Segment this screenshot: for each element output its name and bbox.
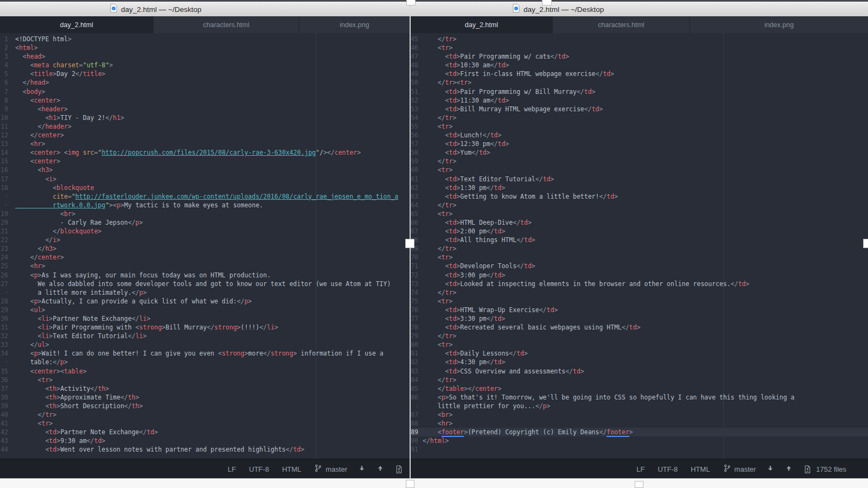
code-line[interactable]: 47 <td>Pair Programming w/ cats</td> xyxy=(411,52,868,61)
line-number[interactable]: 79 xyxy=(411,332,423,340)
line-number[interactable]: · xyxy=(0,192,11,201)
file-diff-icon[interactable] xyxy=(803,465,812,474)
line-number[interactable]: 65 xyxy=(411,210,423,218)
line-number[interactable]: 48 xyxy=(411,61,423,69)
line-number[interactable]: 43 xyxy=(0,436,11,445)
encoding-indicator[interactable]: UTF-8 xyxy=(658,465,678,473)
code-line[interactable]: 45 </tr> xyxy=(411,35,868,43)
line-number[interactable]: 64 xyxy=(411,201,423,210)
line-number[interactable]: 23 xyxy=(0,244,11,253)
code-line[interactable]: 21 </blockquote> xyxy=(0,227,410,236)
code-line[interactable]: 6 </head> xyxy=(0,78,410,87)
code-line[interactable]: 5 <title>Day 2</title> xyxy=(0,69,410,78)
line-number[interactable]: 55 xyxy=(411,122,423,131)
code-line[interactable]: 28 <p>Actually, I can provide a quick li… xyxy=(0,297,410,306)
line-number[interactable]: 54 xyxy=(411,113,423,122)
window-titlebar-left[interactable]: day_2.html — ~/Desktop xyxy=(0,2,410,17)
code-line[interactable]: 82 <td>4:30 pm</td> xyxy=(411,358,868,366)
line-number[interactable]: 72 xyxy=(411,271,423,280)
code-line[interactable]: 10 <h1>TIY - Day 2!</h1> xyxy=(0,113,410,122)
line-number[interactable]: 85 xyxy=(411,384,423,393)
line-number[interactable]: 59 xyxy=(411,157,423,166)
code-line[interactable]: 85 </table></center> xyxy=(411,384,868,393)
line-number[interactable]: 67 xyxy=(411,227,423,236)
line-number[interactable]: 11 xyxy=(0,122,11,131)
code-line[interactable]: 56 <td>Lunch!</td> xyxy=(411,131,868,140)
line-number[interactable]: 16 xyxy=(0,166,11,174)
line-number[interactable]: 39 xyxy=(0,402,11,410)
code-line[interactable]: 29 <ul> xyxy=(0,306,410,314)
code-line[interactable]: 63 <td>Getting to know Atom a little bet… xyxy=(411,192,868,201)
code-line[interactable]: 30 <li>Partner Note Exchange</li> xyxy=(0,314,410,323)
line-number[interactable]: 17 xyxy=(0,175,11,183)
line-number[interactable]: 15 xyxy=(0,157,11,166)
tab-day2-html[interactable]: day_2.html xyxy=(411,16,553,33)
line-number[interactable]: 90 xyxy=(411,436,423,445)
line-number[interactable]: 62 xyxy=(411,183,423,192)
code-line[interactable]: 17 <i> xyxy=(0,175,410,183)
code-line[interactable]: 75 <tr> xyxy=(411,297,868,306)
line-number[interactable]: · xyxy=(0,201,11,210)
code-line[interactable]: 65 <tr> xyxy=(411,210,868,218)
code-line[interactable]: 84 </tr> xyxy=(411,376,868,384)
code-line[interactable]: 60 <tr> xyxy=(411,166,868,174)
line-number[interactable]: 25 xyxy=(0,262,11,270)
git-branch-indicator[interactable]: master xyxy=(314,464,347,474)
encoding-indicator[interactable]: UTF-8 xyxy=(249,465,269,473)
line-number[interactable]: 41 xyxy=(0,419,11,428)
code-line[interactable]: · cite="http://fasterlouder.junkee.com/w… xyxy=(0,192,410,201)
line-number[interactable]: 86 xyxy=(411,393,423,402)
line-number[interactable]: 63 xyxy=(411,192,423,201)
code-line[interactable]: 80 <tr> xyxy=(411,340,868,349)
line-number[interactable]: 60 xyxy=(411,166,423,174)
line-number[interactable]: 58 xyxy=(411,148,423,157)
line-number[interactable]: 78 xyxy=(411,323,423,332)
code-line[interactable]: 36 <tr> xyxy=(0,376,410,384)
grammar-indicator[interactable]: HTML xyxy=(282,465,301,473)
code-line[interactable]: 13 <hr> xyxy=(0,140,410,148)
window-titlebar-right[interactable]: day_2.html — ~/Desktop xyxy=(411,2,868,17)
code-line[interactable]: 57 <td>12:30 pm</td> xyxy=(411,140,868,148)
line-number[interactable]: 27 xyxy=(0,280,11,288)
code-line[interactable]: 46 <tr> xyxy=(411,43,868,52)
code-line[interactable]: 58 <td>Yum</td> xyxy=(411,148,868,157)
selection-handle[interactable] xyxy=(542,0,552,5)
code-line[interactable]: 61 <td>Text Editor Tutorial</td> xyxy=(411,175,868,183)
line-number[interactable]: 30 xyxy=(0,314,11,323)
line-number[interactable]: 37 xyxy=(0,384,11,393)
line-number[interactable]: 44 xyxy=(0,445,11,454)
code-line[interactable]: 14 <center> <img src="http://popcrush.co… xyxy=(0,148,410,157)
line-number[interactable]: 26 xyxy=(0,271,11,280)
code-line[interactable]: 44 <td>Went over lesson notes with partn… xyxy=(0,445,410,454)
line-number[interactable]: 4 xyxy=(0,61,11,69)
code-line[interactable]: 38 <th>Approximate Time</th> xyxy=(0,393,410,402)
code-line[interactable]: 55 <tr> xyxy=(411,122,868,131)
code-line[interactable]: 15 <center> xyxy=(0,157,410,166)
code-line[interactable]: 32 <li>Text Editor Tutorial</li> xyxy=(0,332,410,340)
code-line[interactable]: 83 <td>CSS Overview and assessments</td> xyxy=(411,367,868,376)
line-number[interactable]: 33 xyxy=(0,340,11,349)
code-line[interactable]: 33 </ul> xyxy=(0,340,410,349)
arrow-down-icon[interactable] xyxy=(767,465,774,473)
tab-index-png[interactable]: index.png xyxy=(299,16,410,33)
code-line[interactable]: 54 </tr> xyxy=(411,113,868,122)
line-number[interactable]: 89 xyxy=(411,428,423,436)
line-number[interactable]: 57 xyxy=(411,140,423,148)
line-number[interactable]: 29 xyxy=(0,306,11,314)
line-number[interactable]: · xyxy=(0,358,11,366)
code-line[interactable]: 90</html> xyxy=(411,436,868,445)
code-line[interactable]: 18 <blockquote xyxy=(0,183,410,192)
selection-handle[interactable] xyxy=(406,480,414,488)
line-number[interactable]: 24 xyxy=(0,253,11,262)
code-line[interactable]: 2<html> xyxy=(0,43,410,52)
line-number[interactable]: 61 xyxy=(411,175,423,183)
code-line[interactable]: 22 </i> xyxy=(0,236,410,244)
code-line[interactable]: 26 <p>As I was saying, our main focus to… xyxy=(0,271,410,280)
line-number[interactable]: 77 xyxy=(411,314,423,323)
code-line[interactable]: 35 <center><table> xyxy=(0,367,410,376)
code-line[interactable]: 8 <center> xyxy=(0,96,410,105)
code-line[interactable]: 23 </h3> xyxy=(0,244,410,253)
line-number[interactable]: 10 xyxy=(0,113,11,122)
code-line[interactable]: · a little more intimately.</p> xyxy=(0,288,410,297)
line-number[interactable]: 50 xyxy=(411,78,423,87)
